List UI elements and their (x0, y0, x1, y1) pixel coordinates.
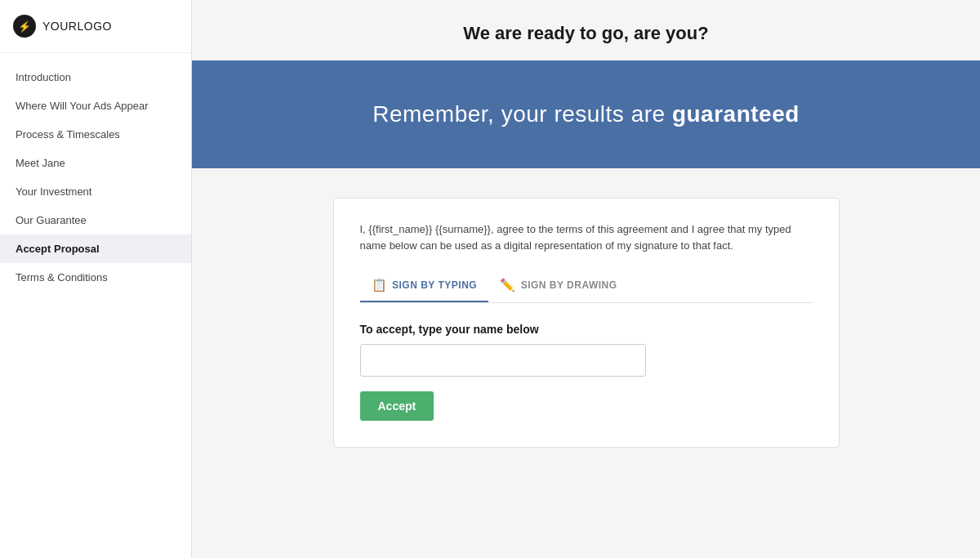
sidebar-item-terms-conditions[interactable]: Terms & Conditions (0, 263, 191, 292)
logo-icon: ⚡ (13, 15, 36, 38)
sidebar-item-introduction[interactable]: Introduction (0, 63, 191, 92)
logo: ⚡ YOURLOGO (0, 0, 191, 53)
page-title: We are ready to go, are you? (208, 23, 964, 44)
sidebar-item-your-investment[interactable]: Your Investment (0, 177, 191, 206)
card-container: I, {{first_name}} {{surname}}, agree to … (192, 168, 980, 477)
typing-icon: 📋 (372, 278, 388, 292)
agreement-text: I, {{first_name}} {{surname}}, agree to … (360, 221, 813, 253)
main-content: We are ready to go, are you? Remember, y… (192, 0, 980, 558)
tab-sign-by-typing[interactable]: 📋 SIGN BY TYPING (360, 270, 489, 302)
sign-tabs: 📋 SIGN BY TYPING ✏️ SIGN BY DRAWING (360, 270, 813, 303)
tab-sign-by-drawing[interactable]: ✏️ SIGN BY DRAWING (488, 270, 628, 302)
name-input-label: To accept, type your name below (360, 323, 813, 336)
sidebar-item-where-will-ads-appear[interactable]: Where Will Your Ads Appear (0, 92, 191, 120)
name-input[interactable] (360, 344, 646, 377)
guarantee-banner: Remember, your results are guaranteed (192, 60, 980, 168)
sidebar-item-accept-proposal[interactable]: Accept Proposal (0, 234, 191, 263)
logo-text: YOURLOGO (42, 20, 112, 33)
sidebar: ⚡ YOURLOGO IntroductionWhere Will Your A… (0, 0, 192, 558)
sidebar-nav: IntroductionWhere Will Your Ads AppearPr… (0, 53, 191, 558)
sidebar-item-meet-jane[interactable]: Meet Jane (0, 149, 191, 177)
signature-card: I, {{first_name}} {{surname}}, agree to … (333, 198, 840, 448)
page-header: We are ready to go, are you? (192, 0, 980, 60)
banner-text: Remember, your results are guaranteed (225, 101, 947, 127)
sidebar-item-process-timescales[interactable]: Process & Timescales (0, 120, 191, 149)
drawing-icon: ✏️ (500, 278, 516, 292)
sidebar-item-our-guarantee[interactable]: Our Guarantee (0, 206, 191, 234)
accept-button[interactable]: Accept (360, 391, 434, 421)
